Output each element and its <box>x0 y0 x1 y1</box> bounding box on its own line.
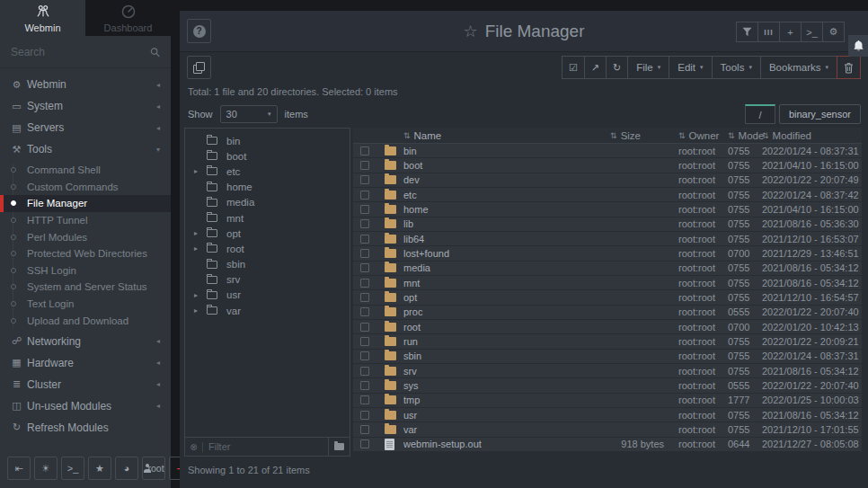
tree-item[interactable]: ▸ bin <box>185 133 350 148</box>
sidebar-subitem[interactable]: HTTP Tunnel <box>0 212 171 229</box>
file-name[interactable]: usr <box>403 410 580 421</box>
row-checkbox[interactable] <box>360 161 369 170</box>
file-name[interactable]: lost+found <box>403 248 580 259</box>
tab-webmin[interactable]: Webmin <box>0 0 85 36</box>
file-name[interactable]: tmp <box>403 395 580 405</box>
tree-item[interactable]: ▸ opt <box>185 226 350 241</box>
table-row[interactable]: bin root:root 0755 2022/01/24 - 08:37:31 <box>353 144 862 158</box>
file-menu-button[interactable]: File▾ <box>627 56 669 79</box>
favorite-star-icon[interactable]: ☆ <box>463 22 477 41</box>
copy-path-button[interactable] <box>187 56 211 79</box>
table-row[interactable]: sys root:root 0555 2022/01/22 - 20:07:40 <box>353 378 862 393</box>
row-checkbox[interactable] <box>360 425 369 434</box>
table-row[interactable]: dev root:root 0755 2022/01/22 - 20:07:49 <box>353 173 862 188</box>
table-row[interactable]: sbin root:root 0755 2022/01/24 - 08:37:3… <box>353 350 862 364</box>
tree-item[interactable]: ▸ home <box>185 180 350 195</box>
table-row[interactable]: lost+found root:root 0700 2021/12/29 - 1… <box>353 246 862 261</box>
sidebar-subitem[interactable]: Text Login <box>0 296 171 313</box>
favorites-button[interactable]: ★ <box>88 457 111 480</box>
sort-by-owner[interactable]: ⇅Owner <box>664 130 728 141</box>
sidebar-subitem[interactable]: Perl Modules <box>0 228 171 245</box>
select-all-button[interactable]: ☑ <box>562 56 585 79</box>
file-name[interactable]: var <box>403 424 580 435</box>
row-checkbox[interactable] <box>360 381 369 390</box>
user-button[interactable]: root <box>142 457 165 480</box>
tree-item[interactable]: ▸ mnt <box>185 210 350 226</box>
row-checkbox[interactable] <box>360 146 369 155</box>
row-checkbox[interactable] <box>360 411 369 420</box>
tree-item[interactable]: ▸ sbin <box>185 257 350 272</box>
theme-toggle-button[interactable]: ☀ <box>34 457 58 480</box>
tree-item[interactable]: ▸ root <box>185 241 350 256</box>
file-name[interactable]: root <box>403 322 580 333</box>
refresh-button[interactable]: ↻ <box>606 56 628 79</box>
table-row[interactable]: lib64 root:root 0755 2021/12/10 - 16:53:… <box>353 232 862 246</box>
sidebar-category[interactable]: ▦ Hardware ◂ <box>0 352 171 374</box>
expand-icon[interactable]: ▸ <box>194 244 207 253</box>
sidebar-category[interactable]: ⚙ Webmin ◂ <box>0 74 171 95</box>
collapse-sidebar-button[interactable]: ⇤ <box>7 457 31 480</box>
breadcrumb-root-button[interactable]: / <box>745 104 775 124</box>
table-row[interactable]: run root:root 0755 2022/01/22 - 20:09:21 <box>353 334 862 349</box>
file-name[interactable]: etc <box>403 190 580 200</box>
file-name[interactable]: sys <box>403 380 580 391</box>
sort-by-modified[interactable]: ⇅Modified <box>762 130 862 141</box>
row-checkbox[interactable] <box>360 279 369 288</box>
trash-button[interactable] <box>837 56 861 79</box>
edit-menu-button[interactable]: Edit▾ <box>669 56 712 79</box>
sidebar-subitem[interactable]: SSH Login <box>0 262 171 279</box>
table-row[interactable]: proc root:root 0555 2022/01/22 - 20:07:4… <box>353 306 862 320</box>
tree-item[interactable]: ▸ usr <box>185 288 350 303</box>
tab-dashboard[interactable]: Dashboard <box>85 0 171 36</box>
tree-item[interactable]: ▸ etc <box>185 164 350 179</box>
breadcrumb-current-button[interactable]: binary_sensor <box>779 104 861 124</box>
add-button[interactable]: + <box>779 22 802 42</box>
file-name[interactable]: dev <box>403 174 580 185</box>
sidebar-subitem[interactable]: Upload and Download <box>0 312 171 329</box>
help-button[interactable]: ? <box>187 19 211 43</box>
bookmarks-menu-button[interactable]: Bookmarks▾ <box>760 56 837 79</box>
row-checkbox[interactable] <box>360 351 369 360</box>
sidebar-category[interactable]: ▤ Servers ◂ <box>0 117 171 138</box>
palette-button[interactable]: ◕ <box>115 457 138 480</box>
tree-item[interactable]: ▸ boot <box>185 148 350 164</box>
file-name[interactable]: run <box>403 336 580 347</box>
tree-folder-button[interactable] <box>328 438 350 456</box>
tree-item[interactable]: ▸ media <box>185 195 350 210</box>
shell-button[interactable]: >_ <box>801 22 823 42</box>
row-checkbox[interactable] <box>360 249 369 258</box>
notifications-button[interactable] <box>848 35 868 57</box>
sidebar-category[interactable]: ☍ Networking ◂ <box>0 331 171 352</box>
sidebar-subitem[interactable]: System and Server Status <box>0 279 171 296</box>
row-checkbox[interactable] <box>360 175 369 184</box>
sidebar-category[interactable]: ⚒ Tools ▾ <box>0 138 171 160</box>
terminal-button[interactable]: >_ <box>61 457 84 480</box>
sort-by-size[interactable]: ⇅Size <box>580 130 664 141</box>
share-button[interactable]: ↗ <box>584 56 607 79</box>
clear-filter-icon[interactable]: ⊗ <box>185 442 203 452</box>
file-name[interactable]: opt <box>403 292 580 303</box>
row-checkbox[interactable] <box>360 263 369 272</box>
row-checkbox[interactable] <box>360 337 369 346</box>
table-row[interactable]: tmp root:root 1777 2022/01/25 - 10:00:03 <box>353 394 862 408</box>
table-row[interactable]: var root:root 0755 2021/12/10 - 17:01:55 <box>353 422 862 437</box>
sidebar-category[interactable]: ◫ Un-used Modules ◂ <box>0 395 171 417</box>
file-name[interactable]: home <box>403 204 580 215</box>
sidebar-category[interactable]: ↻ Refresh Modules <box>0 417 171 439</box>
sidebar-subitem[interactable]: Command Shell <box>0 162 171 179</box>
row-checkbox[interactable] <box>360 439 369 448</box>
tree-filter-input[interactable] <box>203 441 328 452</box>
row-checkbox[interactable] <box>360 219 369 228</box>
file-name[interactable]: proc <box>403 306 580 317</box>
row-checkbox[interactable] <box>360 191 369 200</box>
table-row[interactable]: lib root:root 0755 2021/08/16 - 05:36:30 <box>353 217 862 232</box>
tree-item[interactable]: ▸ srv <box>185 272 350 288</box>
table-row[interactable]: webmin-setup.out 918 bytes root:root 064… <box>353 438 862 452</box>
sidebar-category[interactable]: ≣ Cluster ◂ <box>0 374 171 395</box>
row-checkbox[interactable] <box>360 323 369 332</box>
row-checkbox[interactable] <box>360 395 369 404</box>
expand-icon[interactable]: ▸ <box>194 306 207 315</box>
columns-button[interactable]: III <box>757 22 780 42</box>
table-row[interactable]: root root:root 0700 2022/01/20 - 10:42:1… <box>353 320 862 334</box>
file-name[interactable]: webmin-setup.out <box>403 439 580 449</box>
